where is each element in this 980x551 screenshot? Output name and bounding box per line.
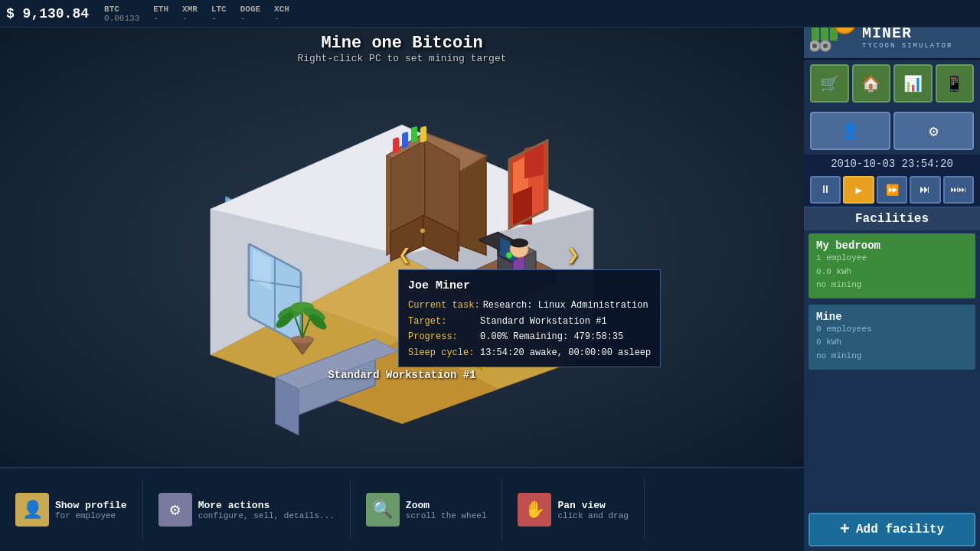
faster-button[interactable]: ⏭ xyxy=(910,176,940,204)
tooltip-row-2: Progress: 0.00% Remaining: 479:58:35 xyxy=(408,329,651,344)
datetime-display: 2010-10-03 23:54:20 xyxy=(804,155,980,173)
game-area[interactable]: Mine one Bitcoin Right-click PC to set m… xyxy=(0,28,804,467)
profile-button[interactable]: 👤 xyxy=(810,112,890,150)
crypto-xmr: XMR - xyxy=(182,5,198,23)
settings-button[interactable]: ⚙ xyxy=(893,112,974,150)
stats-button[interactable]: 📊 xyxy=(893,64,933,103)
show-profile-desc: for employee xyxy=(55,511,127,520)
more-actions-icon: ⚙ xyxy=(158,493,192,527)
show-profile-icon: 👤 xyxy=(15,493,49,527)
mobile-button[interactable]: 📱 xyxy=(936,64,975,103)
zoom-icon: 🔍 xyxy=(366,493,400,527)
crypto-eth: ETH - xyxy=(153,5,168,23)
room-container[interactable]: Mine one Bitcoin Right-click PC to set m… xyxy=(0,28,804,467)
nav-right-arrow[interactable]: ❯ xyxy=(567,242,580,268)
crypto-btc: BTC 0.06133 xyxy=(104,5,139,23)
crypto-xch: XCH - xyxy=(274,5,289,23)
toolbar-row2: 👤 ⚙ xyxy=(804,107,980,155)
svg-point-67 xyxy=(812,44,817,48)
pause-button[interactable]: ⏸ xyxy=(810,176,841,204)
svg-point-33 xyxy=(420,228,425,233)
svg-point-69 xyxy=(823,44,828,48)
svg-point-56 xyxy=(506,252,512,258)
add-facility-label: Add facility xyxy=(856,523,944,536)
fastest-button[interactable]: ⏭⏭ xyxy=(943,176,974,204)
facility-bedroom-name: My bedroom xyxy=(816,240,968,252)
toolbar-row1: 🛒 🏠 📊 📱 xyxy=(804,60,980,107)
facilities-header: Facilities xyxy=(804,207,980,230)
action-show-profile[interactable]: 👤 Show profile for employee xyxy=(8,479,143,540)
svg-rect-28 xyxy=(402,132,408,148)
add-facility-button[interactable]: + Add facility xyxy=(808,513,975,546)
top-bar: $ 9,130.84 BTC 0.06133 ETH - XMR - LTC -… xyxy=(0,0,980,28)
action-zoom[interactable]: 🔍 Zoom scroll the wheel xyxy=(351,479,503,540)
show-profile-label: Show profile xyxy=(55,500,127,511)
bottom-bar: 👤 Show profile for employee ⚙ More actio… xyxy=(0,467,804,551)
zoom-label: Zoom xyxy=(406,500,487,511)
facility-mine-detail: 0 employees 0 kWh no mining xyxy=(816,323,968,364)
facility-bedroom-detail: 1 employee 0.0 kWh no mining xyxy=(816,252,968,292)
crypto-ltc: LTC - xyxy=(211,5,227,23)
svg-rect-61 xyxy=(812,25,819,41)
svg-point-55 xyxy=(510,238,528,247)
action-pan[interactable]: ✋ Pan view click and drag xyxy=(502,479,644,540)
facility-mine-name: Mine xyxy=(816,311,968,323)
tooltip-row-1: Target: Standard Workstation #1 xyxy=(408,314,651,329)
pan-icon: ✋ xyxy=(518,493,551,527)
more-actions-desc: configure, sell, details... xyxy=(198,511,335,520)
pan-label: Pan view xyxy=(557,500,628,511)
balance-display: $ 9,130.84 xyxy=(6,6,89,21)
action-more-actions[interactable]: ⚙ More actions configure, sell, details.… xyxy=(143,479,351,540)
more-actions-label: More actions xyxy=(198,500,335,511)
facility-card-bedroom[interactable]: My bedroom 1 employee 0.0 kWh no mining xyxy=(808,233,975,298)
mission-title: Mine one Bitcoin xyxy=(297,34,506,53)
shop-button[interactable]: 🛒 xyxy=(810,64,849,103)
pan-desc: click and drag xyxy=(557,511,628,520)
app-subtitle: Tycoon Simulator xyxy=(862,42,974,50)
facility-card-mine[interactable]: Mine 0 employees 0 kWh no mining xyxy=(808,305,975,370)
tooltip-row-3: Sleep cycle: 13:54:20 awake, 00:00:00 as… xyxy=(408,345,651,360)
right-panel: B Crypto MineR Tycoon Simulator 🛒 🏠 📊 📱 … xyxy=(804,0,980,551)
character-tooltip: Joe Miner Current task: Research: Linux … xyxy=(398,269,661,367)
svg-rect-30 xyxy=(420,126,426,142)
home-button[interactable]: 🏠 xyxy=(852,64,891,103)
crypto-doge: DOGE - xyxy=(240,5,260,23)
svg-rect-27 xyxy=(393,137,399,154)
nav-left-arrow[interactable]: ❮ xyxy=(398,242,411,268)
speed-controls: ⏸ ▶ ⏩ ⏭ ⏭⏭ xyxy=(804,173,980,207)
tooltip-row-0: Current task: Research: Linux Administra… xyxy=(408,298,651,313)
add-facility-icon: + xyxy=(840,520,850,540)
fast-button[interactable]: ⏩ xyxy=(877,176,907,204)
zoom-desc: scroll the wheel xyxy=(406,511,487,520)
svg-rect-29 xyxy=(411,126,417,143)
play-button[interactable]: ▶ xyxy=(843,176,874,204)
